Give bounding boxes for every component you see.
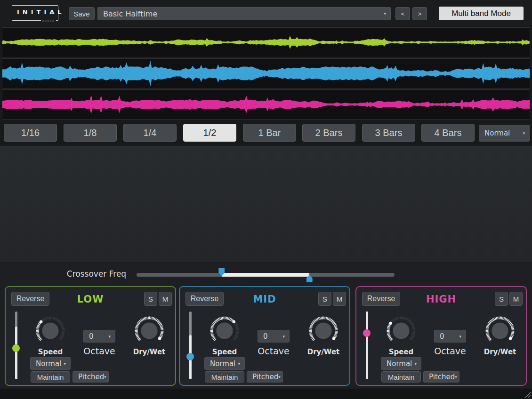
mute-button[interactable]: M	[509, 292, 523, 306]
multi-band-mode-button[interactable]: Multi band Mode	[439, 7, 524, 20]
time-division-bar: 1/16 1/8 1/4 1/2 1 Bar 2 Bars 3 Bars 4 B…	[0, 121, 532, 146]
octave-value: 0	[440, 332, 444, 341]
maintain-button[interactable]: Maintain	[205, 371, 244, 383]
waveform-display-low	[2, 27, 530, 57]
division-button-1-16[interactable]: 1/16	[4, 124, 57, 142]
band-mode-value: Normal	[387, 359, 412, 368]
chevron-down-icon: ▾	[455, 375, 461, 379]
chevron-down-icon: ▾	[282, 334, 289, 339]
brand-subtext: AUDIO	[41, 19, 56, 22]
band-level-slider[interactable]	[12, 309, 20, 382]
slider-fill	[366, 311, 368, 379]
band-dry-wet-label: Dry/Wet	[305, 348, 342, 356]
band-level-slider[interactable]	[186, 309, 194, 382]
top-bar: INITIAL AUDIO Save Basic Halftime ▾ < > …	[0, 0, 532, 26]
band-dry-wet-label: Dry/Wet	[481, 348, 519, 356]
band-mode-dropdown[interactable]: Normal ▾	[30, 357, 71, 370]
pitch-mode-dropdown[interactable]: Pitched ▾	[73, 371, 109, 383]
speed-label: Speed	[382, 348, 420, 356]
speed-label: Speed	[32, 348, 69, 356]
slider-thumb[interactable]	[186, 353, 194, 360]
division-button-4-bars[interactable]: 4 Bars	[421, 124, 475, 142]
preset-dropdown[interactable]: Basic Halftime ▾	[97, 7, 391, 20]
slider-fill	[15, 327, 17, 379]
playback-mode-value: Normal	[484, 129, 510, 137]
band-mode-value: Normal	[36, 359, 61, 368]
resize-grip-icon[interactable]	[523, 390, 531, 398]
crossover-section: Crossover Freq	[0, 263, 532, 285]
preset-value: Basic Halftime	[103, 9, 157, 18]
octave-label: Octave	[250, 346, 297, 356]
solo-button[interactable]: S	[495, 292, 508, 306]
band-mode-dropdown[interactable]: Normal ▾	[381, 357, 421, 370]
mute-button[interactable]: M	[333, 292, 346, 306]
band-dry-wet-label: Dry/Wet	[130, 348, 168, 356]
save-button[interactable]: Save	[69, 7, 95, 20]
band-level-slider[interactable]	[363, 309, 371, 382]
band-mode-value: Normal	[210, 359, 235, 368]
division-button-2-bars[interactable]: 2 Bars	[302, 124, 355, 142]
division-button-1-bar[interactable]: 1 Bar	[243, 124, 296, 142]
slowmo2-plugin-window: INITIAL AUDIO Save Basic Halftime ▾ < > …	[0, 0, 532, 399]
chevron-down-icon: ▾	[523, 131, 529, 136]
main-controls-section: Smooth Blend Fast ▾ Fade In SlowMo 2 Fas…	[0, 146, 532, 263]
crossover-label: Crossover Freq	[61, 269, 132, 279]
pitch-mode-dropdown[interactable]: Pitched ▾	[423, 371, 459, 383]
octave-label: Octave	[427, 346, 474, 356]
playback-mode-dropdown[interactable]: Normal ▾	[479, 125, 530, 142]
octave-dropdown[interactable]: 0 ▾	[83, 330, 115, 343]
chevron-down-icon: ▾	[238, 361, 244, 366]
crossover-slider-track[interactable]	[137, 273, 395, 277]
chevron-down-icon: ▾	[64, 361, 70, 366]
pitch-mode-value: Pitched	[252, 373, 278, 381]
division-button-1-4[interactable]: 1/4	[123, 124, 177, 142]
speed-label: Speed	[206, 348, 243, 356]
chevron-down-icon: ▾	[278, 375, 285, 379]
crossover-active-range	[222, 273, 309, 277]
pitch-mode-value: Pitched	[78, 373, 104, 381]
division-button-1-8[interactable]: 1/8	[64, 124, 117, 142]
band-dry-wet-knob[interactable]	[308, 316, 339, 346]
speed-knob[interactable]	[210, 316, 240, 346]
chevron-down-icon: ▾	[384, 11, 390, 16]
preset-prev-button[interactable]: <	[395, 7, 410, 20]
waveform-display-mid	[2, 58, 530, 88]
band-panel-low: Reverse LOW S M Speed 0 ▾ Octave Dry/Wet…	[5, 286, 176, 386]
chevron-down-icon: ▾	[104, 375, 111, 379]
octave-dropdown[interactable]: 0 ▾	[434, 330, 466, 343]
band-dry-wet-knob[interactable]	[485, 316, 515, 346]
pitch-mode-value: Pitched	[429, 373, 455, 381]
band-panel-mid: Reverse MID S M Speed 0 ▾ Octave Dry/Wet…	[179, 286, 350, 386]
waveform-display-high	[2, 89, 530, 120]
solo-button[interactable]: S	[318, 292, 331, 306]
maintain-button[interactable]: Maintain	[31, 371, 70, 383]
octave-dropdown[interactable]: 0 ▾	[258, 330, 290, 343]
maintain-button[interactable]: Maintain	[381, 371, 421, 383]
bands-section: Reverse LOW S M Speed 0 ▾ Octave Dry/Wet…	[0, 285, 532, 389]
mute-button[interactable]: M	[159, 292, 172, 306]
waveform-section	[0, 26, 532, 121]
chevron-down-icon: ▾	[414, 361, 421, 366]
slider-thumb[interactable]	[363, 329, 371, 337]
chevron-down-icon: ▾	[108, 334, 115, 339]
slider-thumb[interactable]	[12, 344, 20, 352]
solo-button[interactable]: S	[144, 292, 157, 306]
chevron-down-icon: ▾	[459, 334, 466, 339]
status-bar	[0, 389, 532, 399]
band-panel-high: Reverse HIGH S M Speed 0 ▾ Octave Dry/We…	[355, 286, 527, 386]
initial-audio-logo: INITIAL AUDIO	[12, 5, 58, 21]
band-dry-wet-knob[interactable]	[134, 316, 164, 346]
brand-text: INITIAL	[17, 8, 65, 16]
speed-knob[interactable]	[386, 316, 416, 346]
pitch-mode-dropdown[interactable]: Pitched ▾	[247, 371, 283, 383]
speed-knob[interactable]	[35, 316, 65, 346]
octave-value: 0	[263, 332, 268, 341]
preset-next-button[interactable]: >	[412, 7, 427, 20]
division-button-1-2[interactable]: 1/2	[183, 124, 236, 142]
band-mode-dropdown[interactable]: Normal ▾	[204, 357, 245, 370]
octave-value: 0	[89, 332, 94, 341]
octave-label: Octave	[76, 346, 123, 356]
division-button-3-bars[interactable]: 3 Bars	[362, 124, 415, 142]
